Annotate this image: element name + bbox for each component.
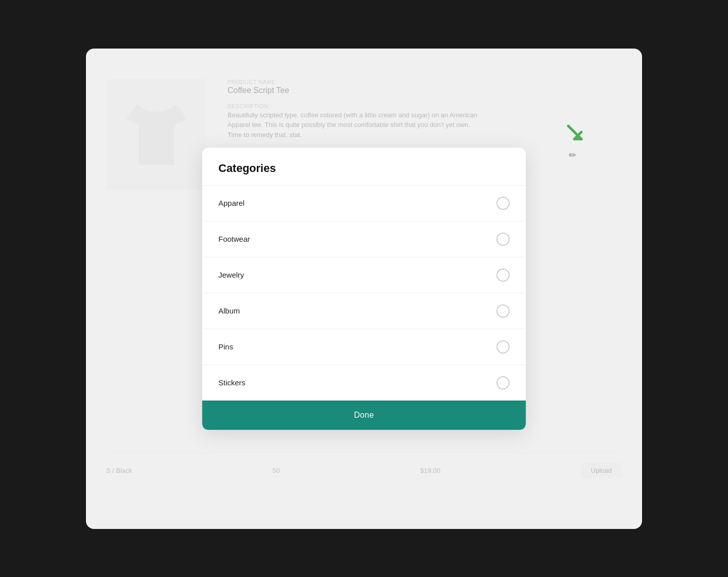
category-label-pins: Pins [218, 342, 233, 351]
modal-header: Categories [202, 148, 526, 185]
radio-footwear[interactable] [496, 233, 510, 246]
category-item-album[interactable]: Album [202, 293, 526, 329]
done-button[interactable]: Done [202, 401, 526, 430]
category-item-pins[interactable]: Pins [202, 329, 526, 365]
radio-pins[interactable] [496, 340, 510, 353]
category-label-footwear: Footwear [218, 235, 250, 243]
radio-album[interactable] [496, 304, 510, 318]
radio-jewelry[interactable] [496, 269, 510, 282]
categories-modal: Categories ApparelFootwearJewelryAlbumPi… [202, 148, 526, 430]
modal-title: Categories [218, 162, 510, 175]
categories-list: ApparelFootwearJewelryAlbumPinsStickers [202, 185, 526, 401]
category-label-apparel: Apparel [218, 199, 245, 207]
category-item-stickers[interactable]: Stickers [202, 365, 526, 401]
category-item-jewelry[interactable]: Jewelry [202, 257, 526, 293]
category-label-jewelry: Jewelry [218, 271, 244, 279]
category-item-footwear[interactable]: Footwear [202, 221, 526, 257]
category-label-album: Album [218, 306, 240, 315]
radio-stickers[interactable] [496, 376, 510, 389]
category-label-stickers: Stickers [218, 378, 245, 387]
app-window: Product name Coffee Script Tee Descripti… [86, 49, 642, 529]
radio-apparel[interactable] [496, 197, 510, 210]
category-item-apparel[interactable]: Apparel [202, 186, 526, 221]
modal-overlay: Categories ApparelFootwearJewelryAlbumPi… [86, 49, 642, 529]
